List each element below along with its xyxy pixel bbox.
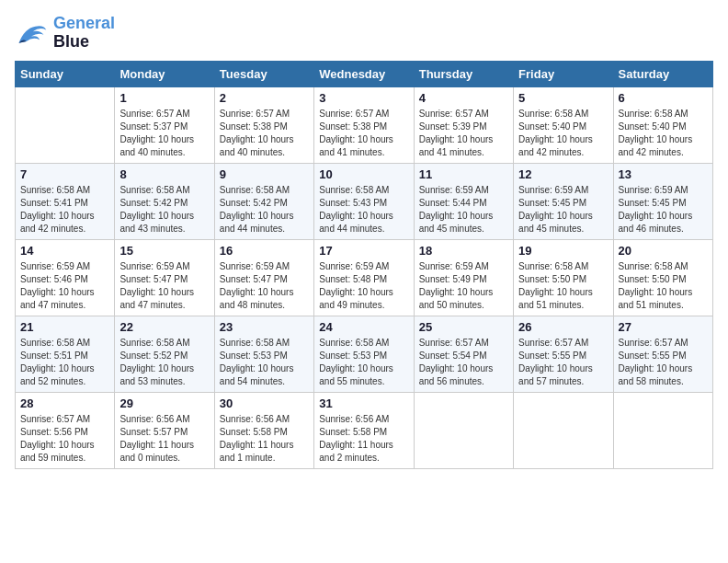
- day-number: 5: [518, 91, 608, 105]
- calendar-cell: 24Sunrise: 6:58 AM Sunset: 5:53 PM Dayli…: [314, 316, 414, 392]
- day-info: Sunrise: 6:58 AM Sunset: 5:53 PM Dayligh…: [319, 337, 408, 388]
- col-header-wednesday: Wednesday: [314, 61, 414, 86]
- week-row-1: 1Sunrise: 6:57 AM Sunset: 5:37 PM Daylig…: [16, 86, 713, 163]
- day-number: 9: [220, 167, 309, 181]
- calendar-cell: 7Sunrise: 6:58 AM Sunset: 5:41 PM Daylig…: [16, 163, 115, 239]
- day-number: 31: [319, 396, 408, 410]
- logo-icon: [15, 19, 48, 47]
- day-info: Sunrise: 6:58 AM Sunset: 5:50 PM Dayligh…: [619, 260, 708, 312]
- day-number: 19: [518, 244, 608, 258]
- calendar-cell: 2Sunrise: 6:57 AM Sunset: 5:38 PM Daylig…: [214, 86, 313, 163]
- day-info: Sunrise: 6:59 AM Sunset: 5:45 PM Dayligh…: [619, 184, 708, 236]
- day-info: Sunrise: 6:57 AM Sunset: 5:38 PM Dayligh…: [319, 108, 408, 159]
- day-number: 14: [20, 244, 109, 258]
- calendar-cell: 8Sunrise: 6:58 AM Sunset: 5:42 PM Daylig…: [115, 163, 214, 239]
- col-header-monday: Monday: [115, 61, 214, 86]
- day-number: 15: [119, 244, 209, 258]
- week-row-4: 21Sunrise: 6:58 AM Sunset: 5:51 PM Dayli…: [16, 316, 713, 392]
- logo: General Blue: [15, 15, 115, 52]
- week-row-5: 28Sunrise: 6:57 AM Sunset: 5:56 PM Dayli…: [16, 392, 713, 468]
- day-info: Sunrise: 6:59 AM Sunset: 5:49 PM Dayligh…: [419, 260, 508, 312]
- calendar-cell: 30Sunrise: 6:56 AM Sunset: 5:58 PM Dayli…: [214, 392, 313, 468]
- calendar-cell: 4Sunrise: 6:57 AM Sunset: 5:39 PM Daylig…: [414, 86, 513, 163]
- day-info: Sunrise: 6:58 AM Sunset: 5:42 PM Dayligh…: [119, 184, 209, 236]
- day-info: Sunrise: 6:56 AM Sunset: 5:58 PM Dayligh…: [220, 413, 309, 465]
- day-info: Sunrise: 6:59 AM Sunset: 5:44 PM Dayligh…: [419, 184, 508, 236]
- day-number: 1: [119, 91, 209, 105]
- header-row: SundayMondayTuesdayWednesdayThursdayFrid…: [16, 61, 713, 86]
- day-number: 23: [220, 320, 309, 334]
- day-info: Sunrise: 6:59 AM Sunset: 5:45 PM Dayligh…: [518, 184, 608, 236]
- calendar-cell: 11Sunrise: 6:59 AM Sunset: 5:44 PM Dayli…: [414, 163, 513, 239]
- day-number: 4: [419, 91, 508, 105]
- week-row-2: 7Sunrise: 6:58 AM Sunset: 5:41 PM Daylig…: [16, 163, 713, 239]
- day-number: 16: [220, 244, 309, 258]
- day-number: 24: [319, 320, 408, 334]
- calendar-cell: 21Sunrise: 6:58 AM Sunset: 5:51 PM Dayli…: [16, 316, 115, 392]
- day-number: 25: [419, 320, 508, 334]
- calendar-cell: 5Sunrise: 6:58 AM Sunset: 5:40 PM Daylig…: [514, 86, 613, 163]
- day-info: Sunrise: 6:59 AM Sunset: 5:47 PM Dayligh…: [220, 260, 309, 312]
- calendar-cell: 18Sunrise: 6:59 AM Sunset: 5:49 PM Dayli…: [414, 239, 513, 316]
- calendar-cell: [514, 392, 613, 468]
- day-info: Sunrise: 6:57 AM Sunset: 5:55 PM Dayligh…: [518, 337, 608, 388]
- day-info: Sunrise: 6:57 AM Sunset: 5:37 PM Dayligh…: [119, 108, 209, 159]
- day-info: Sunrise: 6:59 AM Sunset: 5:47 PM Dayligh…: [119, 260, 209, 312]
- day-number: 21: [20, 320, 109, 334]
- day-number: 3: [319, 91, 408, 105]
- day-info: Sunrise: 6:58 AM Sunset: 5:51 PM Dayligh…: [20, 337, 109, 388]
- day-number: 11: [419, 167, 508, 181]
- day-info: Sunrise: 6:56 AM Sunset: 5:57 PM Dayligh…: [119, 413, 209, 465]
- col-header-saturday: Saturday: [613, 61, 712, 86]
- calendar-cell: 26Sunrise: 6:57 AM Sunset: 5:55 PM Dayli…: [514, 316, 613, 392]
- day-number: 28: [20, 396, 109, 410]
- day-info: Sunrise: 6:58 AM Sunset: 5:40 PM Dayligh…: [518, 108, 608, 159]
- calendar-cell: [414, 392, 513, 468]
- week-row-3: 14Sunrise: 6:59 AM Sunset: 5:46 PM Dayli…: [16, 239, 713, 316]
- day-info: Sunrise: 6:58 AM Sunset: 5:50 PM Dayligh…: [518, 260, 608, 312]
- calendar-cell: 3Sunrise: 6:57 AM Sunset: 5:38 PM Daylig…: [314, 86, 414, 163]
- day-info: Sunrise: 6:57 AM Sunset: 5:56 PM Dayligh…: [20, 413, 109, 465]
- day-info: Sunrise: 6:56 AM Sunset: 5:58 PM Dayligh…: [319, 413, 408, 465]
- calendar-cell: 27Sunrise: 6:57 AM Sunset: 5:55 PM Dayli…: [613, 316, 712, 392]
- calendar-cell: [16, 86, 115, 163]
- calendar-cell: 1Sunrise: 6:57 AM Sunset: 5:37 PM Daylig…: [115, 86, 214, 163]
- day-info: Sunrise: 6:59 AM Sunset: 5:48 PM Dayligh…: [319, 260, 408, 312]
- day-info: Sunrise: 6:58 AM Sunset: 5:41 PM Dayligh…: [20, 184, 109, 236]
- day-number: 26: [518, 320, 608, 334]
- day-number: 2: [220, 91, 309, 105]
- day-info: Sunrise: 6:57 AM Sunset: 5:54 PM Dayligh…: [419, 337, 508, 388]
- calendar-cell: 20Sunrise: 6:58 AM Sunset: 5:50 PM Dayli…: [613, 239, 712, 316]
- day-number: 18: [419, 244, 508, 258]
- day-info: Sunrise: 6:57 AM Sunset: 5:55 PM Dayligh…: [619, 337, 708, 388]
- day-number: 6: [619, 91, 708, 105]
- calendar-cell: 14Sunrise: 6:59 AM Sunset: 5:46 PM Dayli…: [16, 239, 115, 316]
- day-info: Sunrise: 6:57 AM Sunset: 5:39 PM Dayligh…: [419, 108, 508, 159]
- day-info: Sunrise: 6:58 AM Sunset: 5:42 PM Dayligh…: [220, 184, 309, 236]
- day-number: 30: [220, 396, 309, 410]
- day-number: 8: [119, 167, 209, 181]
- calendar-cell: 28Sunrise: 6:57 AM Sunset: 5:56 PM Dayli…: [16, 392, 115, 468]
- calendar-cell: 23Sunrise: 6:58 AM Sunset: 5:53 PM Dayli…: [214, 316, 313, 392]
- calendar-cell: 22Sunrise: 6:58 AM Sunset: 5:52 PM Dayli…: [115, 316, 214, 392]
- day-info: Sunrise: 6:58 AM Sunset: 5:52 PM Dayligh…: [119, 337, 209, 388]
- calendar-cell: 12Sunrise: 6:59 AM Sunset: 5:45 PM Dayli…: [514, 163, 613, 239]
- col-header-friday: Friday: [514, 61, 613, 86]
- calendar-cell: 9Sunrise: 6:58 AM Sunset: 5:42 PM Daylig…: [214, 163, 313, 239]
- day-number: 7: [20, 167, 109, 181]
- calendar-cell: 10Sunrise: 6:58 AM Sunset: 5:43 PM Dayli…: [314, 163, 414, 239]
- calendar-cell: 16Sunrise: 6:59 AM Sunset: 5:47 PM Dayli…: [214, 239, 313, 316]
- calendar-cell: 29Sunrise: 6:56 AM Sunset: 5:57 PM Dayli…: [115, 392, 214, 468]
- calendar-cell: 19Sunrise: 6:58 AM Sunset: 5:50 PM Dayli…: [514, 239, 613, 316]
- day-number: 13: [619, 167, 708, 181]
- day-info: Sunrise: 6:57 AM Sunset: 5:38 PM Dayligh…: [220, 108, 309, 159]
- calendar-cell: 15Sunrise: 6:59 AM Sunset: 5:47 PM Dayli…: [115, 239, 214, 316]
- day-number: 20: [619, 244, 708, 258]
- day-number: 27: [619, 320, 708, 334]
- day-number: 17: [319, 244, 408, 258]
- calendar-cell: 17Sunrise: 6:59 AM Sunset: 5:48 PM Dayli…: [314, 239, 414, 316]
- col-header-thursday: Thursday: [414, 61, 513, 86]
- col-header-sunday: Sunday: [16, 61, 115, 86]
- day-number: 29: [119, 396, 209, 410]
- calendar-cell: 13Sunrise: 6:59 AM Sunset: 5:45 PM Dayli…: [613, 163, 712, 239]
